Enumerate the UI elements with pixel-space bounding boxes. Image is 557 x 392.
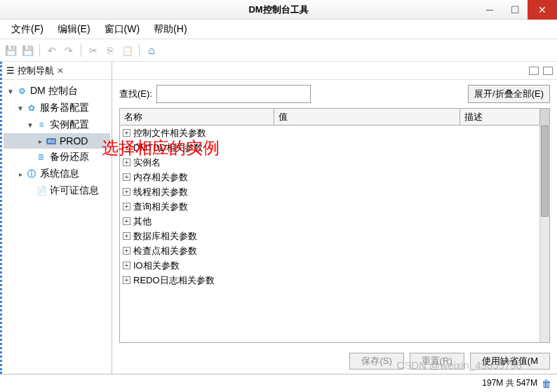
minimize-view-icon[interactable] [529,67,539,75]
table-row[interactable]: +实例名 [120,155,549,170]
menu-window[interactable]: 窗口(W) [99,20,146,39]
server-icon: ✿ [26,102,37,114]
nav-header: ☰ 控制导航 ✕ [2,62,112,80]
plus-icon[interactable]: + [123,262,130,269]
search-input[interactable] [156,85,311,103]
ini-icon: INI [46,135,57,147]
table-row[interactable]: +DMTDD相关参数 [120,140,549,155]
copy-icon[interactable]: ⎘ [104,44,116,57]
separator [139,44,140,57]
close-button[interactable]: ✕ [528,0,557,20]
nav-panel: ☰ 控制导航 ✕ ▼⚙DM 控制台 ▼✿服务器配置 ▼≡实例配置 ▸INIPRO… [0,62,112,374]
scrollbar[interactable] [539,126,549,342]
table-corner [539,109,549,126]
plus-icon[interactable]: + [123,276,130,284]
plus-icon[interactable]: + [123,173,130,181]
tree-node-instance-config[interactable]: ▼≡实例配置 [4,116,110,133]
info-icon: ⓘ [26,168,37,180]
statusbar: 197M 共 547M 🗑 [0,374,557,392]
trash-icon[interactable]: 🗑 [542,378,551,389]
table-row[interactable]: +线程相关参数 [120,184,549,199]
window-controls: ─ ☐ ✕ [477,0,557,20]
list-icon: ≡ [36,119,47,130]
minimize-button[interactable]: ─ [477,0,502,20]
expand-collapse-button[interactable]: 展开/折叠全部(E) [468,85,550,103]
plus-icon[interactable]: + [123,158,130,166]
reset-button[interactable]: 重置(R) [410,353,464,370]
cut-icon[interactable]: ✂ [87,44,100,57]
default-button[interactable]: 使用缺省值(M [470,353,550,370]
plus-icon[interactable]: + [123,217,130,225]
toolbar: 💾 💾 ↶ ↷ ✂ ⎘ 📋 ⌂ [0,39,557,62]
col-name[interactable]: 名称 [120,109,274,125]
plus-icon[interactable]: + [123,144,130,151]
nav-title: 控制导航 [18,65,54,77]
gear-icon: ⚙ [16,86,27,97]
undo-icon[interactable]: ↶ [46,44,58,57]
scrollbar-thumb[interactable] [541,126,549,217]
search-label: 查找(E): [119,88,152,100]
plus-icon[interactable]: + [123,188,130,196]
save-button[interactable]: 保存(S) [349,353,403,370]
table-row[interactable]: +内存相关参数 [120,170,549,184]
menu-help[interactable]: 帮助(H) [148,20,192,39]
main-panel: 查找(E): 展开/折叠全部(E) 名称 值 描述 +控制文件相关参数 +DMT… [112,62,557,374]
tree-node-license[interactable]: 📄许可证信息 [4,182,110,199]
menu-file[interactable]: 文件(F) [6,20,49,39]
table-row[interactable]: +REDO日志相关参数 [120,273,549,288]
table-row[interactable]: +数据库相关参数 [120,229,549,243]
table-row[interactable]: +检查点相关参数 [120,243,549,258]
table-body: +控制文件相关参数 +DMTDD相关参数 +实例名 +内存相关参数 +线程相关参… [120,126,549,342]
separator [39,44,40,57]
backup-icon: 🗎 [36,151,47,163]
plus-icon[interactable]: + [123,247,130,255]
tree-node-prod[interactable]: ▸INIPROD [4,133,110,149]
plus-icon[interactable]: + [123,232,130,240]
param-table: 名称 值 描述 +控制文件相关参数 +DMTDD相关参数 +实例名 +内存相关参… [119,108,550,343]
workspace: ☰ 控制导航 ✕ ▼⚙DM 控制台 ▼✿服务器配置 ▼≡实例配置 ▸INIPRO… [0,62,557,374]
table-row[interactable]: +其他 [120,214,549,229]
table-row[interactable]: +控制文件相关参数 [120,126,549,140]
menu-edit[interactable]: 编辑(E) [52,20,96,39]
plus-icon[interactable]: + [123,129,130,137]
col-value[interactable]: 值 [274,109,460,125]
nav-tree: ▼⚙DM 控制台 ▼✿服务器配置 ▼≡实例配置 ▸INIPROD 🗎备份还原 ▸… [2,80,112,374]
home-icon[interactable]: ⌂ [145,44,158,57]
col-desc[interactable]: 描述 [460,109,549,125]
redo-icon[interactable]: ↷ [62,44,75,57]
maximize-view-icon[interactable] [543,67,553,75]
tree-node-server-config[interactable]: ▼✿服务器配置 [4,100,110,116]
save-all-icon[interactable]: 💾 [21,44,34,57]
menubar: 文件(F) 编辑(E) 窗口(W) 帮助(H) [0,20,557,39]
table-row[interactable]: +查询相关参数 [120,199,549,214]
titlebar: DM控制台工具 ─ ☐ ✕ [0,0,557,20]
separator [81,44,81,57]
nav-icon: ☰ [6,65,15,76]
paste-icon[interactable]: 📋 [121,44,133,57]
table-header: 名称 值 描述 [120,109,549,126]
window-title: DM控制台工具 [248,4,308,16]
button-row: 保存(S) 重置(R) 使用缺省值(M [112,349,557,374]
search-row: 查找(E): 展开/折叠全部(E) [112,80,557,108]
tree-node-backup[interactable]: 🗎备份还原 [4,149,110,165]
maximize-button[interactable]: ☐ [502,0,528,20]
certificate-icon: 📄 [36,185,47,196]
table-row[interactable]: +IO相关参数 [120,258,549,273]
main-header [112,62,557,80]
tree-node-system-info[interactable]: ▸ⓘ系统信息 [4,165,110,182]
plus-icon[interactable]: + [123,203,130,210]
nav-close-icon[interactable]: ✕ [57,66,64,76]
memory-status: 197M 共 547M [482,377,537,389]
tree-node-root[interactable]: ▼⚙DM 控制台 [4,83,110,100]
save-icon[interactable]: 💾 [4,44,17,57]
